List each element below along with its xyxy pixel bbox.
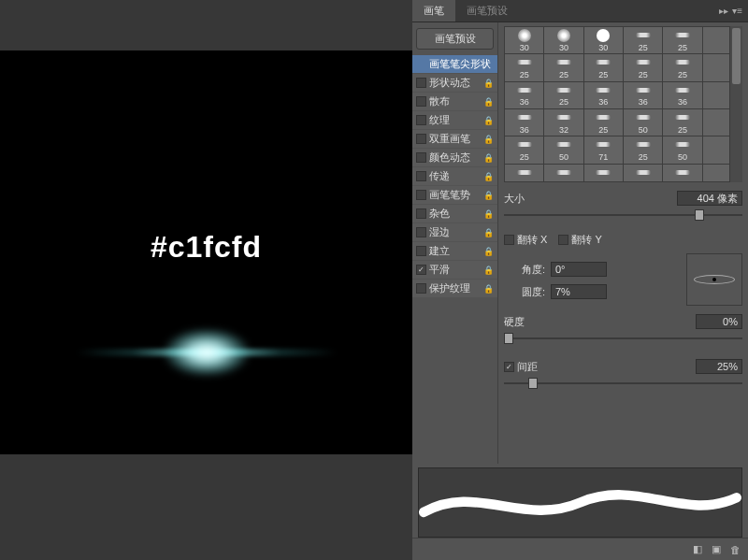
brush-thumb[interactable] (624, 165, 662, 181)
brush-options-list: 画笔预设 画笔笔尖形状形状动态🔒散布🔒纹理🔒双重画笔🔒颜色动态🔒传递🔒画笔笔势🔒… (412, 22, 498, 464)
brush-thumb[interactable] (505, 165, 543, 181)
brush-thumb[interactable]: 25 (505, 136, 543, 163)
brush-thumb[interactable] (544, 165, 583, 181)
size-slider[interactable] (504, 208, 742, 222)
size-label: 大小 (504, 192, 541, 206)
brush-thumb[interactable]: 50 (544, 136, 583, 163)
brush-thumb[interactable] (584, 165, 623, 181)
brush-thumb[interactable]: 25 (663, 109, 701, 136)
option-protect[interactable]: 保护纹理🔒 (412, 280, 497, 297)
roundness-label: 圆度: (504, 285, 545, 299)
brush-thumb[interactable]: 25 (584, 109, 623, 136)
brush-thumb[interactable]: 30 (505, 27, 543, 53)
brush-thumb[interactable]: 71 (584, 136, 623, 163)
brush-thumb[interactable]: 25 (584, 54, 623, 80)
brush-panel: 画笔 画笔预设 ▸▸ ▾≡ 画笔预设 画笔笔尖形状形状动态🔒散布🔒纹理🔒双重画笔… (412, 0, 748, 560)
brush-preset-button[interactable]: 画笔预设 (416, 28, 494, 50)
hardness-input[interactable] (696, 314, 742, 329)
option-noise[interactable]: 杂色🔒 (412, 205, 497, 223)
brush-thumb[interactable]: 36 (584, 82, 623, 108)
option-texture[interactable]: 纹理🔒 (412, 111, 497, 129)
brush-thumbnails-grid[interactable]: 3030302525252525252536253636363632255025… (504, 26, 742, 182)
delete-brush-icon[interactable]: 🗑 (730, 544, 741, 555)
new-brush-icon[interactable]: ▣ (712, 543, 721, 555)
panel-menu-icon[interactable]: ▾≡ (732, 6, 742, 16)
brush-thumb[interactable]: 25 (624, 54, 662, 80)
collapse-icon[interactable]: ▸▸ (719, 6, 728, 16)
brush-thumb[interactable]: 25 (624, 27, 662, 53)
brush-thumb[interactable]: 36 (505, 82, 543, 108)
roundness-input[interactable] (551, 284, 607, 299)
spacing-slider[interactable] (504, 377, 742, 390)
brush-thumb[interactable] (663, 165, 701, 181)
option-pose[interactable]: 画笔笔势🔒 (412, 186, 497, 204)
flip-y-checkbox[interactable]: 翻转 Y (558, 233, 601, 247)
brush-thumb[interactable]: 25 (544, 82, 583, 108)
brush-thumb[interactable]: 50 (624, 109, 662, 136)
option-tip[interactable]: 画笔笔尖形状 (412, 55, 497, 73)
tab-brush[interactable]: 画笔 (412, 0, 455, 22)
brush-thumb[interactable]: 25 (663, 27, 701, 53)
angle-widget[interactable] (686, 253, 742, 306)
angle-label: 角度: (504, 263, 545, 277)
option-transfer[interactable]: 传递🔒 (412, 167, 497, 185)
hardness-slider[interactable] (504, 332, 742, 345)
flip-x-checkbox[interactable]: 翻转 X (504, 233, 547, 247)
brush-thumb[interactable]: 25 (624, 136, 662, 163)
option-build[interactable]: 建立🔒 (412, 242, 497, 260)
brush-thumb[interactable]: 36 (663, 82, 701, 108)
brush-stroke-preview (418, 467, 742, 538)
brush-thumb[interactable]: 25 (505, 54, 543, 80)
brush-thumb[interactable]: 36 (505, 109, 543, 136)
spacing-checkbox[interactable]: ✓间距 (504, 360, 538, 374)
angle-input[interactable] (551, 262, 607, 277)
option-smooth[interactable]: ✓平滑🔒 (412, 261, 497, 279)
option-dual[interactable]: 双重画笔🔒 (412, 130, 497, 148)
size-input[interactable] (677, 191, 742, 206)
color-code-text: #c1fcfd (151, 230, 262, 265)
option-color-dyn[interactable]: 颜色动态🔒 (412, 149, 497, 166)
brush-thumb[interactable]: 30 (584, 27, 623, 53)
thumbs-scrollbar[interactable] (729, 26, 742, 182)
spacing-input[interactable] (696, 359, 742, 374)
option-scatter[interactable]: 散布🔒 (412, 93, 497, 110)
brush-thumb[interactable]: 32 (544, 109, 583, 136)
brush-thumb[interactable]: 25 (663, 54, 701, 80)
brush-thumb[interactable]: 50 (663, 136, 701, 163)
brush-thumb[interactable]: 30 (544, 27, 583, 53)
tab-brush-presets[interactable]: 画笔预设 (455, 0, 519, 22)
option-wet[interactable]: 湿边🔒 (412, 223, 497, 241)
hardness-label: 硬度 (504, 315, 541, 329)
brush-preview-glow (10, 349, 403, 356)
brush-thumb[interactable]: 25 (544, 54, 583, 80)
brush-thumb[interactable]: 36 (624, 82, 662, 108)
option-shape-dyn[interactable]: 形状动态🔒 (412, 74, 497, 92)
toggle-preview-icon[interactable]: ◧ (693, 543, 702, 555)
